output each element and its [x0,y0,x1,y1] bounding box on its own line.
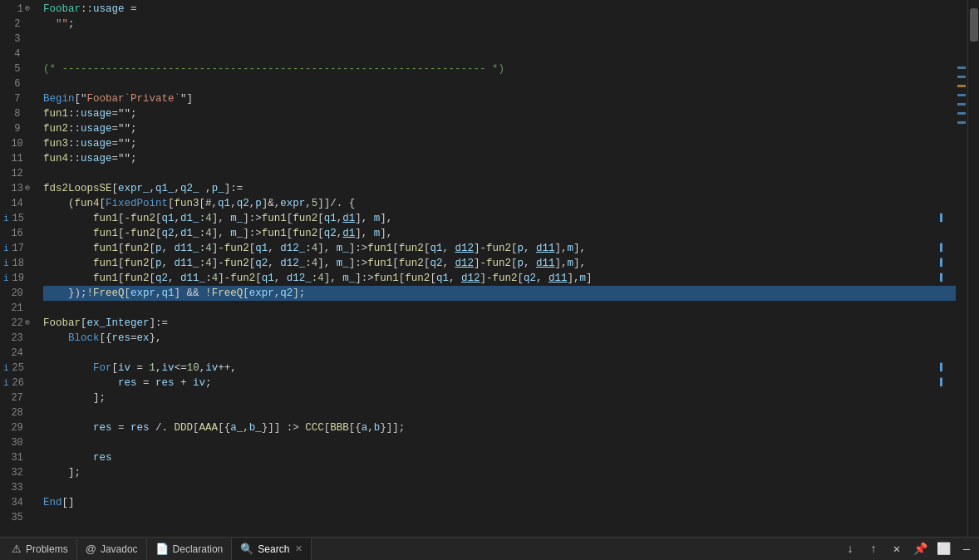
info-marker: i [3,376,9,391]
line-number-32: 32 [3,465,33,480]
problems-icon: ⚠ [12,543,22,555]
code-line-22: Foobar[ex_Integer]:= [43,316,956,331]
line-marker: ▐ [937,211,942,226]
v-scrollbar-thumb[interactable] [970,8,978,42]
line-number-34: 34 [3,495,33,510]
prev-button[interactable]: ↓ [841,540,859,558]
tab-declaration-label: Declaration [173,543,224,555]
code-line-25: For[iv = 1,iv<=10,iv++,▐ [43,361,956,376]
scrollbar-marker-4 [957,94,966,96]
line-number-11: 11 [3,151,33,166]
code-line-9: fun2::usage=""; [43,121,956,136]
line-marker: ▐ [937,271,942,286]
scrollbar-marker-6 [957,112,966,115]
right-scrollbar[interactable] [956,0,967,537]
scrollbar-marker-3 [957,85,966,87]
code-line-17: fun1[fun2[p, d11_:4]-fun2[q1, d12_:4], m… [43,241,956,256]
line-number-10: 10 [3,136,33,151]
line-number-33: 33 [3,480,33,495]
line-marker: ▐ [937,256,942,271]
code-line-3 [43,32,956,47]
next-button[interactable]: ↑ [864,540,883,558]
info-marker: i [3,271,9,286]
stop-button[interactable]: ✕ [888,540,906,558]
v-scrollbar[interactable] [967,0,979,537]
tab-search-close[interactable]: ✕ [295,543,303,554]
code-line-12 [43,166,956,181]
tab-declaration[interactable]: 📄 Declaration [147,538,233,560]
line-number-19: i19 [3,271,33,286]
code-line-11: fun4::usage=""; [43,151,956,166]
line-number-28: 28 [3,405,33,420]
line-number-35: 35 [3,510,33,525]
line-number-24: 24 [3,346,33,361]
line-number-27: 27 [3,391,33,405]
line-number-29: 29 [3,420,33,435]
code-line-7: Begin["Foobar`Private`"] [43,91,956,106]
code-line-20: });!FreeQ[expr,q1] && !FreeQ[expr,q2]; [43,286,956,301]
code-line-18: fun1[fun2[p, d11_:4]-fun2[q2, d12_:4], m… [43,256,956,271]
line-marker: ▐ [937,361,942,376]
info-marker: i [3,361,9,376]
line-number-6: 6 [3,76,33,91]
tab-javadoc[interactable]: @ Javadoc [77,538,147,560]
line-numbers: 1⊕2345678910111213⊕14i1516i17i18i1920212… [0,0,40,537]
code-line-15: fun1[-fun2[q1,d1_:4], m_]:>fun1[fun2[q1,… [43,211,956,226]
code-line-4 [43,47,956,61]
line-number-18: i18 [3,256,33,271]
code-line-16: fun1[-fun2[q2,d1_:4], m_]:>fun1[fun2[q2,… [43,226,956,241]
expand-button[interactable]: ⬜ [934,540,952,558]
code-line-14: (fun4[FixedPoint[fun3[#,q1,q2,p]&,expr,5… [43,196,956,211]
code-line-10: fun3::usage=""; [43,136,956,151]
code-line-30 [43,435,956,450]
code-line-6 [43,76,956,91]
code-line-33 [43,480,956,495]
tab-problems[interactable]: ⚠ Problems [3,538,77,560]
code-line-26: res = res + iv;▐ [43,376,956,391]
code-line-5: (* -------------------------------------… [43,61,956,76]
code-editor: 1⊕2345678910111213⊕14i1516i17i18i1920212… [0,0,979,537]
line-number-31: 31 [3,450,33,465]
line-marker: ▐ [937,241,942,256]
line-number-4: 4 [3,47,33,61]
tab-toolbar: ↓ ↑ ✕ 📌 ⬜ — [841,540,976,558]
code-line-19: fun1[fun2[q2, d11_:4]-fun2[q1, d12_:4], … [43,271,956,286]
minimize-button[interactable]: — [957,540,976,558]
tab-search[interactable]: 🔍 Search ✕ [232,538,312,560]
code-line-27: ]; [43,391,956,405]
pin-button[interactable]: 📌 [911,540,929,558]
line-number-5: 5 [3,61,33,76]
scrollbar-marker-5 [957,103,966,106]
line-number-1: 1⊕ [3,2,33,17]
declaration-icon: 📄 [155,543,169,555]
line-number-2: 2 [3,17,33,32]
code-line-32: ]; [43,465,956,480]
javadoc-icon: @ [86,543,96,555]
line-number-15: i15 [3,211,33,226]
line-number-23: 23 [3,331,33,346]
line-number-8: 8 [3,106,33,121]
line-number-14: 14 [3,196,33,211]
line-number-21: 21 [3,301,33,316]
code-line-31: res [43,450,956,465]
scrollbar-marker-2 [957,76,966,78]
line-number-17: i17 [3,241,33,256]
tab-javadoc-label: Javadoc [101,543,138,555]
code-line-28 [43,405,956,420]
info-marker: i [3,241,9,256]
code-line-2: ""; [43,17,956,32]
line-number-30: 30 [3,435,33,450]
code-line-29: res = res /. DDD[AAA[{a_,b_}]] :> CCC[BB… [43,420,956,435]
line-number-26: i26 [3,376,33,391]
line-number-16: 16 [3,226,33,241]
code-line-23: Block[{res=ex}, [43,331,956,346]
line-marker: ▐ [937,376,942,391]
line-number-20: 20 [3,286,33,301]
scrollbar-marker-1 [957,66,966,69]
tab-problems-label: Problems [26,543,68,555]
code-content[interactable]: Foobar::usage = "";(* ------------------… [40,0,956,537]
code-line-21 [43,301,956,316]
scrollbar-marker-7 [957,121,966,124]
code-line-24 [43,346,956,361]
code-line-35 [43,510,956,525]
